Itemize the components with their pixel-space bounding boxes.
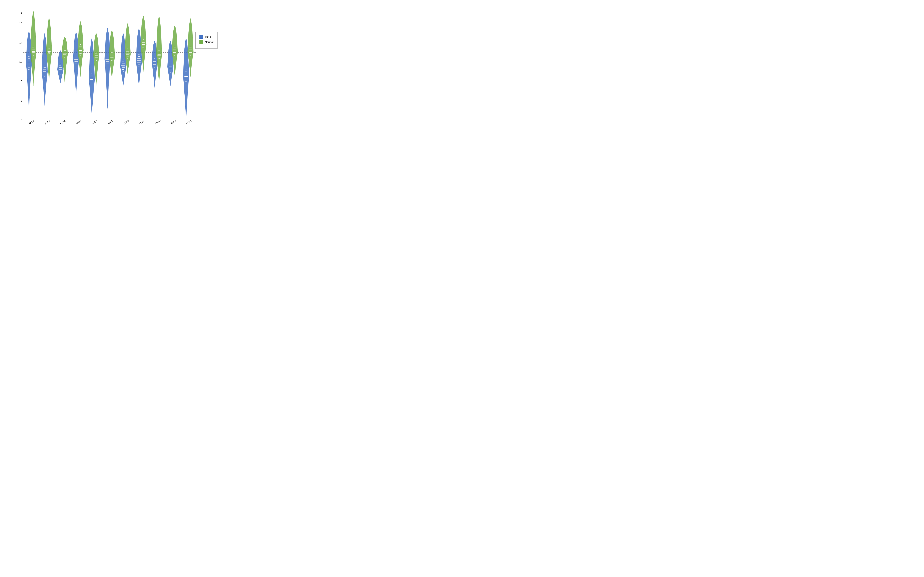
violin-svg bbox=[23, 9, 196, 120]
legend-color-box bbox=[199, 35, 203, 39]
y-axis-label bbox=[10, 11, 15, 122]
x-label-wrapper: LUAD bbox=[118, 121, 133, 131]
y-ticks: 171614121086 bbox=[15, 9, 23, 120]
plot-with-yaxis: 171614121086 bbox=[15, 9, 221, 120]
y-tick-label: 8 bbox=[21, 99, 22, 102]
legend-color-box bbox=[199, 40, 203, 44]
x-labels: BLCABRCACOADHNSCKICHKIRCLUADLUSCPRADTHCA… bbox=[23, 121, 196, 131]
violin-normal bbox=[31, 11, 36, 86]
x-label-wrapper: THCA bbox=[165, 121, 181, 131]
x-label-wrapper: BRCA bbox=[39, 121, 55, 131]
y-tick-label: 14 bbox=[19, 41, 22, 44]
y-tick-label: 17 bbox=[19, 12, 22, 15]
plot-box bbox=[23, 9, 196, 120]
x-label-wrapper: LUSC bbox=[133, 121, 149, 131]
legend: TumorNormal bbox=[195, 32, 218, 49]
violin-normal bbox=[78, 21, 84, 76]
chart-title bbox=[10, 5, 221, 7]
y-tick-label: 10 bbox=[19, 80, 22, 83]
x-label-wrapper: PRAD bbox=[149, 121, 165, 131]
violin-tumor bbox=[105, 28, 110, 108]
violin-normal bbox=[109, 30, 115, 79]
x-label-wrapper: UCEC bbox=[181, 121, 196, 131]
chart-inner: 171614121086 BLCABRCACOADHNSCKICHKIRCLUA… bbox=[10, 9, 221, 131]
y-tick-label: 16 bbox=[19, 22, 22, 25]
violin-normal bbox=[156, 16, 162, 83]
legend-item: Normal bbox=[199, 40, 213, 44]
legend-item: Tumor bbox=[199, 35, 213, 39]
legend-label: Normal bbox=[205, 40, 213, 44]
violin-tumor bbox=[120, 33, 126, 86]
plot-area-wrapper: 171614121086 BLCABRCACOADHNSCKICHKIRCLUA… bbox=[15, 9, 221, 131]
x-label-wrapper: COAD bbox=[55, 121, 71, 131]
legend-label: Tumor bbox=[205, 35, 213, 38]
x-label-wrapper: KICH bbox=[86, 121, 102, 131]
y-tick-label: 6 bbox=[21, 119, 22, 122]
violin-normal bbox=[62, 37, 68, 83]
x-label-wrapper: KIRC bbox=[102, 121, 118, 131]
y-tick-label: 12 bbox=[19, 60, 22, 63]
x-label-wrapper: BLCA bbox=[23, 121, 39, 131]
chart-container: 171614121086 BLCABRCACOADHNSCKICHKIRCLUA… bbox=[10, 5, 221, 139]
x-label-wrapper: HNSC bbox=[70, 121, 86, 131]
